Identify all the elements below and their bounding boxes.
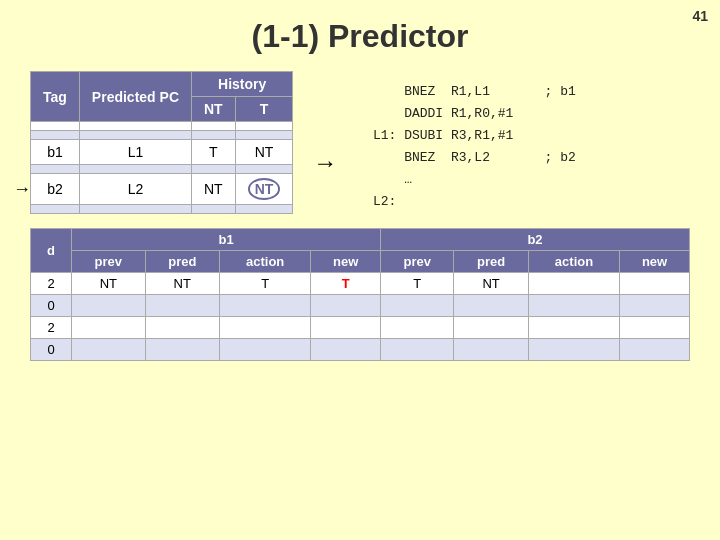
pred-cell — [79, 131, 191, 140]
col-nt: NT — [192, 97, 236, 122]
b1-pred-cell — [145, 339, 220, 361]
t-red-value: T — [342, 276, 350, 291]
pred-b1: L1 — [79, 140, 191, 165]
b2-new-cell — [620, 273, 690, 295]
b2-header: b2 — [381, 229, 690, 251]
col-history: History — [192, 72, 293, 97]
b1-pred-header: pred — [145, 251, 220, 273]
b1-action-header: action — [220, 251, 311, 273]
bottom-row-3: 2 — [31, 317, 690, 339]
bottom-table: d b1 b2 prev pred action new prev pred a… — [30, 228, 690, 361]
right-arrow-icon: → — [313, 149, 337, 177]
b2-prev-cell — [381, 339, 454, 361]
b2-pred-cell — [454, 339, 529, 361]
d-cell: 0 — [31, 295, 72, 317]
b1-new-header: new — [311, 251, 381, 273]
prediction-table: Tag Predicted PC History NT T — [30, 71, 293, 214]
b2-pred-header: pred — [454, 251, 529, 273]
b2-prev-cell — [381, 317, 454, 339]
col-tag: Tag — [31, 72, 80, 122]
b1-header: b1 — [72, 229, 381, 251]
b1-pred-cell: NT — [145, 273, 220, 295]
b1-new-cell: T — [311, 273, 381, 295]
tag-b1: b1 — [31, 140, 80, 165]
b1-prev-cell: NT — [72, 273, 145, 295]
bottom-section: d b1 b2 prev pred action new prev pred a… — [0, 228, 720, 361]
b2-action-cell — [528, 295, 619, 317]
b1-prev-cell — [72, 317, 145, 339]
t-b1: NT — [235, 140, 293, 165]
table-row — [31, 165, 293, 174]
b2-prev-header: prev — [381, 251, 454, 273]
table-row-b2: → b2 L2 NT NT — [31, 174, 293, 205]
b1-pred-cell — [145, 317, 220, 339]
b2-action-cell — [528, 317, 619, 339]
page-number: 41 — [692, 8, 708, 24]
b1-action-cell — [220, 339, 311, 361]
b1-new-cell — [311, 295, 381, 317]
table-row — [31, 205, 293, 214]
d-cell: 2 — [31, 317, 72, 339]
col-d: d — [31, 229, 72, 273]
t-b2: NT — [235, 174, 293, 205]
b2-new-cell — [620, 317, 690, 339]
tag-b2: → b2 — [31, 174, 80, 205]
b1-action-cell: T — [220, 273, 311, 295]
d-cell: 2 — [31, 273, 72, 295]
b2-action-header: action — [528, 251, 619, 273]
pred-cell — [79, 205, 191, 214]
b2-action-cell — [528, 339, 619, 361]
b2-new-header: new — [620, 251, 690, 273]
b1-action-cell — [220, 295, 311, 317]
arrow-b2: → — [13, 179, 31, 200]
nt-cell — [192, 165, 236, 174]
t-cell — [235, 131, 293, 140]
t-cell — [235, 122, 293, 131]
tag-cell — [31, 131, 80, 140]
table-row — [31, 131, 293, 140]
center-arrow: → — [313, 71, 337, 214]
t-cell — [235, 165, 293, 174]
bottom-row-2: 0 — [31, 295, 690, 317]
pred-table-section: Tag Predicted PC History NT T — [30, 71, 293, 214]
b1-prev-cell — [72, 295, 145, 317]
b1-prev-cell — [72, 339, 145, 361]
b2-prev-cell: T — [381, 273, 454, 295]
page-title: (1-1) Predictor — [0, 0, 720, 55]
nt-cell — [192, 205, 236, 214]
table-row-b1: b1 L1 T NT — [31, 140, 293, 165]
b2-pred-cell — [454, 295, 529, 317]
t-cell — [235, 205, 293, 214]
b2-prev-cell — [381, 295, 454, 317]
pred-b2: L2 — [79, 174, 191, 205]
col-t: T — [235, 97, 293, 122]
pred-cell — [79, 165, 191, 174]
nt-cell — [192, 122, 236, 131]
tag-cell — [31, 165, 80, 174]
b1-pred-cell — [145, 295, 220, 317]
b1-prev-header: prev — [72, 251, 145, 273]
code-block: BNEZ R1,L1 ; b1 DADDI R1,R0,#1 L1: DSUBI… — [357, 81, 690, 214]
b2-action-cell — [528, 273, 619, 295]
bottom-row-4: 0 — [31, 339, 690, 361]
nt-b2: NT — [192, 174, 236, 205]
col-predicted: Predicted PC — [79, 72, 191, 122]
b2-pred-cell: NT — [454, 273, 529, 295]
b2-new-cell — [620, 339, 690, 361]
nt-b1: T — [192, 140, 236, 165]
b1-action-cell — [220, 317, 311, 339]
b2-new-cell — [620, 295, 690, 317]
tag-cell — [31, 205, 80, 214]
bottom-row-1: 2 NT NT T T T NT — [31, 273, 690, 295]
code-section: BNEZ R1,L1 ; b1 DADDI R1,R0,#1 L1: DSUBI… — [357, 71, 690, 214]
pred-cell — [79, 122, 191, 131]
b1-new-cell — [311, 339, 381, 361]
main-content: Tag Predicted PC History NT T — [0, 71, 720, 214]
tag-cell — [31, 122, 80, 131]
d-cell: 0 — [31, 339, 72, 361]
nt-circled: NT — [248, 178, 281, 200]
table-row — [31, 122, 293, 131]
b2-pred-cell — [454, 317, 529, 339]
nt-cell — [192, 131, 236, 140]
b1-new-cell — [311, 317, 381, 339]
